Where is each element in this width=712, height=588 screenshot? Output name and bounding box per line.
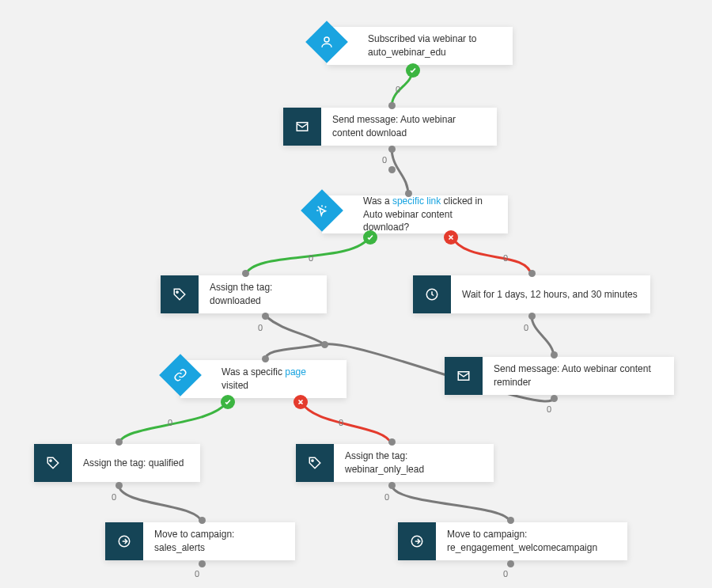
node-send2[interactable]: Send message: Auto webinar content remin… — [445, 357, 674, 395]
connector-dot — [199, 517, 206, 524]
delay-label: 0 — [547, 404, 551, 414]
connector-dot — [116, 482, 123, 489]
delay-label: 0 — [384, 492, 389, 502]
node-cond-page[interactable]: Was a specific page visited — [180, 360, 347, 398]
node-cond-link[interactable]: Was a specific link clicked in Auto webi… — [322, 195, 508, 233]
mail-icon — [283, 108, 321, 146]
delay-label: 0 — [112, 492, 116, 502]
connector-dot — [551, 395, 558, 402]
node-send1[interactable]: Send message: Auto webinar content downl… — [283, 108, 497, 146]
tag-icon — [161, 275, 199, 313]
node-tag-wol-text: Assign the tag: webinar_only_lead — [334, 443, 494, 483]
tag-icon — [296, 444, 334, 482]
delay-label: 0 — [258, 323, 263, 332]
connector-dot — [405, 190, 412, 197]
specific-link[interactable]: specific link — [392, 195, 441, 207]
node-tag-qual-text: Assign the tag: qualified — [72, 450, 200, 476]
delay-label: 0 — [195, 569, 199, 579]
svg-point-5 — [50, 460, 51, 461]
connector-dot — [199, 560, 206, 567]
clock-icon — [413, 275, 451, 313]
connector-dot — [528, 313, 536, 320]
checkmark-icon — [221, 395, 235, 409]
connector-dot — [388, 102, 396, 109]
node-tag-qual[interactable]: Assign the tag: qualified — [34, 444, 200, 482]
click-icon — [301, 189, 343, 232]
node-move-sales[interactable]: Move to campaign: sales_alerts — [105, 522, 295, 560]
connector-dot — [388, 146, 396, 153]
x-icon — [444, 230, 458, 245]
checkmark-icon — [406, 63, 420, 78]
node-tag-dl[interactable]: Assign the tag: downloaded — [161, 275, 327, 313]
user-icon — [305, 21, 348, 63]
checkmark-icon — [363, 230, 377, 245]
delay-label: 0 — [524, 323, 528, 332]
node-move-sales-text: Move to campaign: sales_alerts — [143, 522, 295, 561]
tag-icon — [34, 444, 72, 482]
connector-dot — [551, 351, 558, 358]
node-subscribed[interactable]: Subscribed via webinar to auto_webinar_e… — [327, 27, 513, 65]
connector-dot — [388, 166, 396, 173]
delay-label: 0 — [168, 418, 172, 427]
connector-dot — [388, 438, 396, 446]
node-move-reeng[interactable]: Move to campaign: re_engagement_welcomec… — [398, 522, 627, 560]
node-move-reeng-text: Move to campaign: re_engagement_welcomec… — [436, 522, 627, 561]
connector-dot — [242, 270, 249, 277]
node-cond-page-text: Was a specific page visited — [210, 359, 347, 399]
connector-dot — [116, 438, 123, 446]
node-subscribed-text: Subscribed via webinar to auto_webinar_e… — [357, 26, 513, 66]
mail-icon — [445, 357, 483, 395]
delay-label: 0 — [382, 155, 387, 165]
connector-dot — [321, 341, 328, 348]
arrow-icon — [105, 522, 143, 560]
node-send1-text: Send message: Auto webinar content downl… — [321, 107, 497, 146]
delay-label: 0 — [396, 85, 400, 94]
page-link[interactable]: page — [285, 366, 306, 377]
connector-dot — [507, 517, 514, 524]
svg-point-2 — [176, 291, 178, 293]
node-tag-dl-text: Assign the tag: downloaded — [199, 275, 327, 314]
node-tag-wol[interactable]: Assign the tag: webinar_only_lead — [296, 444, 494, 482]
node-send2-text: Send message: Auto webinar content remin… — [483, 356, 674, 396]
connector-dot — [507, 560, 514, 567]
svg-point-0 — [324, 37, 329, 42]
node-wait-text: Wait for 1 days, 12 hours, and 30 minute… — [451, 282, 650, 308]
delay-label: 0 — [503, 569, 508, 579]
delay-label: 0 — [339, 418, 343, 427]
connector-dot — [262, 355, 269, 362]
node-wait[interactable]: Wait for 1 days, 12 hours, and 30 minute… — [413, 275, 650, 313]
delay-label: 0 — [309, 253, 313, 263]
arrow-icon — [398, 522, 436, 560]
x-icon — [294, 395, 308, 409]
link-icon — [159, 354, 202, 396]
connector-dot — [388, 482, 396, 489]
svg-point-6 — [312, 460, 313, 461]
delay-label: 0 — [503, 253, 508, 263]
connector-dot — [262, 313, 269, 320]
connector-dot — [528, 270, 536, 277]
